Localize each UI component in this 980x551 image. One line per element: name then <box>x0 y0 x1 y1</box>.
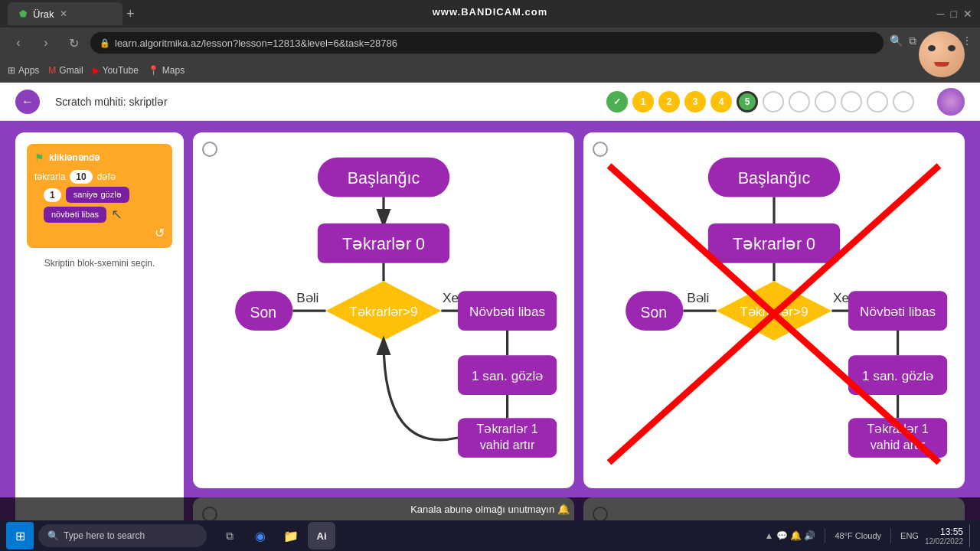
progress-dot-10[interactable] <box>867 91 888 112</box>
svg-text:1 san. gözlə: 1 san. gözlə <box>472 368 543 383</box>
browser-icon: ◉ <box>255 529 266 543</box>
bookmark-apps[interactable]: ⊞Apps <box>8 65 39 76</box>
character-area <box>880 28 972 85</box>
progress-dots: ✓ 1 2 3 4 5 <box>606 91 914 112</box>
wait-row: 1 saniyə gözlə <box>34 187 165 203</box>
back-nav-button[interactable]: ‹ <box>8 32 29 54</box>
trigger-label: kliklənəndə <box>49 152 100 163</box>
progress-dot-5[interactable]: 5 <box>737 91 758 112</box>
option-a-flowchart: Başlanğıc Təkrarlər 0 Təkrarlər>9 Bəli S… <box>202 149 565 479</box>
next-row: növbəti libas ↖ <box>34 206 165 223</box>
svg-text:Bəli: Bəli <box>687 290 709 305</box>
progress-dot-11[interactable] <box>893 91 914 112</box>
svg-text:Son: Son <box>250 304 276 321</box>
repeat-suffix: dəfə <box>97 171 116 182</box>
quiz-instruction: Skriptin blok-sxemini seçin. <box>44 258 155 269</box>
taskbar-search-text: Type here to search <box>64 530 145 541</box>
title-bar: ⬟ Ürak ✕ + ─ □ ✕ <box>0 0 980 28</box>
option-a-radio[interactable] <box>202 142 217 157</box>
notification-icons: ▲ 💬 🔔 🔊 <box>765 530 816 541</box>
clock: 13:55 12/02/2022 <box>925 527 963 546</box>
bookmark-maps[interactable]: 📍Maps <box>148 65 185 76</box>
svg-text:Başlanğıc: Başlanğıc <box>738 169 811 187</box>
option-b-radio[interactable] <box>593 142 608 157</box>
progress-dot-1[interactable]: 1 <box>632 91 654 112</box>
task-view-button[interactable]: ⧉ <box>216 522 243 549</box>
weather-info: 48°F Cloudy <box>835 530 881 541</box>
new-tab-button[interactable]: + <box>126 6 135 22</box>
start-button[interactable]: ⊞ <box>6 522 34 549</box>
progress-dot-7[interactable] <box>789 91 810 112</box>
svg-text:Təkrarlər>9: Təkrarlər>9 <box>349 304 417 319</box>
repeat-label: təkrarla <box>34 171 65 182</box>
progress-dot-2[interactable]: 2 <box>658 91 680 112</box>
bookmark-youtube[interactable]: ▶YouTube <box>93 65 139 76</box>
quiz-grid: ⚑ kliklənəndə təkrarla 10 dəfə 1 saniyə … <box>15 132 965 551</box>
nav-bar: ‹ › ↻ 🔒 learn.algoritmika.az/lesson?less… <box>0 28 980 58</box>
repeat-count: 10 <box>70 170 92 184</box>
file-explorer-icon[interactable]: 📁 <box>277 522 305 549</box>
taskbar-search-box[interactable]: 🔍 Type here to search <box>38 524 207 547</box>
notification-text: Kanala abunə olmağı unutmayın 🔔 <box>410 504 570 515</box>
block-trigger: ⚑ kliklənəndə <box>34 152 165 164</box>
progress-dot-9[interactable] <box>841 91 862 112</box>
tab-title: Ürak <box>33 8 54 20</box>
browser-frame: ⬟ Ürak ✕ + ─ □ ✕ ‹ › ↻ 🔒 learn.algoritmi… <box>0 0 980 83</box>
browser-tab[interactable]: ⬟ Ürak ✕ <box>8 2 122 25</box>
taskbar: ⊞ 🔍 Type here to search ⧉ ◉ 📁 Ai ▲ 💬 🔔 🔊… <box>0 520 980 551</box>
date-display: 12/02/2022 <box>925 537 963 546</box>
progress-dot-3[interactable]: 3 <box>684 91 706 112</box>
close-window-button[interactable]: ✕ <box>963 8 972 20</box>
loop-arrow-icon: ↺ <box>155 226 165 240</box>
scratch-code-block: ⚑ kliklənəndə təkrarla 10 dəfə 1 saniyə … <box>27 144 172 248</box>
task-view-icon: ⧉ <box>226 530 234 543</box>
wait-count: 1 <box>44 188 61 202</box>
progress-dot-0[interactable]: ✓ <box>606 91 628 112</box>
maximize-button[interactable]: □ <box>951 8 957 20</box>
forward-nav-button[interactable]: › <box>35 32 57 54</box>
url-bar[interactable]: 🔒 learn.algoritmika.az/lesson?lesson=128… <box>90 32 884 54</box>
svg-text:Bəli: Bəli <box>296 290 318 305</box>
svg-text:vahid artır: vahid artır <box>480 438 535 452</box>
cursor-icon: ↖ <box>111 206 122 223</box>
url-text: learn.algoritmika.az/lesson?lesson=12813… <box>115 37 397 49</box>
windows-icon: ⊞ <box>15 529 25 543</box>
taskbar-divider <box>825 528 825 543</box>
browser-taskbar-icon[interactable]: ◉ <box>247 522 274 549</box>
minimize-button[interactable]: ─ <box>937 8 945 20</box>
avatar[interactable] <box>937 88 965 116</box>
taskbar-divider-2 <box>890 528 891 543</box>
character-mouth <box>934 62 949 67</box>
bookmark-gmail[interactable]: MGmail <box>48 65 83 76</box>
back-arrow-icon: ← <box>21 95 34 109</box>
option-b-flowchart: Başlanğıc Təkrarlər 0 Təkrarlər>9 Bəli S… <box>593 149 956 479</box>
taskbar-search-icon: 🔍 <box>47 530 59 541</box>
lesson-back-button[interactable]: ← <box>15 90 40 114</box>
progress-dot-6[interactable] <box>763 91 784 112</box>
character-eye-right <box>948 45 956 51</box>
time-display: 13:55 <box>925 527 963 537</box>
option-a-card[interactable]: Başlanğıc Təkrarlər 0 Təkrarlər>9 Bəli S… <box>193 132 574 488</box>
svg-text:Son: Son <box>640 304 666 321</box>
svg-text:Başlanğıc: Başlanğıc <box>348 169 420 187</box>
taskbar-icons: ⧉ ◉ 📁 Ai <box>216 522 335 549</box>
progress-dot-4[interactable]: 4 <box>710 91 732 112</box>
bookmarks-bar: ⊞Apps MGmail ▶YouTube 📍Maps <box>0 58 980 83</box>
show-desktop-button[interactable] <box>969 524 974 547</box>
wait-label: saniyə gözlə <box>66 187 129 203</box>
svg-text:Növbəti libas: Növbəti libas <box>469 304 545 319</box>
flag-icon: ⚑ <box>34 152 44 164</box>
taskbar-right: ▲ 💬 🔔 🔊 48°F Cloudy ENG 13:55 12/02/2022 <box>765 524 974 547</box>
lesson-header: ← Scratch mühiti: skriptlər ✓ 1 2 3 4 5 <box>0 83 980 121</box>
svg-text:1 san. gözlə: 1 san. gözlə <box>862 368 933 383</box>
language-indicator[interactable]: ENG <box>900 531 919 540</box>
quiz-area: ⚑ kliklənəndə təkrarla 10 dəfə 1 saniyə … <box>0 121 980 551</box>
reload-button[interactable]: ↻ <box>63 32 84 54</box>
ai-button[interactable]: Ai <box>308 522 335 549</box>
option-b-card[interactable]: Başlanğıc Təkrarlər 0 Təkrarlər>9 Bəli S… <box>583 132 965 488</box>
tab-close-button[interactable]: ✕ <box>60 8 67 19</box>
progress-dot-8[interactable] <box>815 91 836 112</box>
svg-text:Təkrarlər 0: Təkrarlər 0 <box>342 235 425 253</box>
notification-bar: Kanala abunə olmağı unutmayın 🔔 <box>0 497 980 520</box>
lesson-title: Scratch mühiti: skriptlər <box>55 96 168 108</box>
